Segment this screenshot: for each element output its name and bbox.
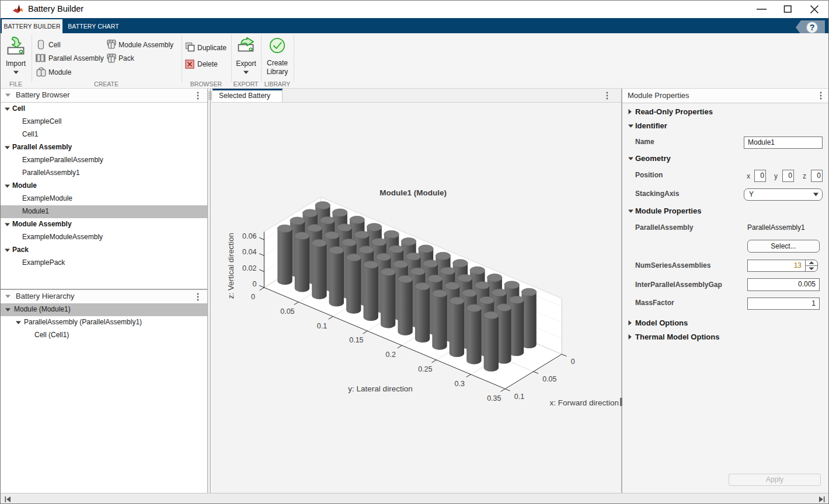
svg-text:0.06: 0.06 — [242, 232, 256, 240]
svg-text:?: ? — [810, 23, 815, 32]
svg-text:0.04: 0.04 — [242, 248, 256, 256]
svg-text:0.2: 0.2 — [386, 351, 396, 359]
svg-text:0: 0 — [252, 280, 256, 288]
svg-text:0.15: 0.15 — [349, 336, 363, 344]
svg-text:0.05: 0.05 — [280, 307, 294, 316]
svg-text:z: Vertical direction: z: Vertical direction — [227, 233, 235, 299]
svg-text:0.02: 0.02 — [242, 264, 256, 272]
svg-text:y: Lateral direction: y: Lateral direction — [348, 384, 412, 393]
svg-text:0.05: 0.05 — [542, 375, 556, 383]
svg-text:0.1: 0.1 — [317, 322, 327, 330]
svg-text:0.3: 0.3 — [455, 380, 465, 388]
svg-text:Module1 (Module): Module1 (Module) — [379, 188, 447, 197]
svg-text:0: 0 — [571, 358, 575, 366]
svg-text:0.35: 0.35 — [487, 394, 501, 402]
svg-text:0: 0 — [251, 293, 255, 301]
svg-text:0.1: 0.1 — [514, 393, 524, 401]
svg-text:x: Forward direction: x: Forward direction — [550, 398, 619, 407]
svg-text:0.25: 0.25 — [418, 365, 432, 373]
